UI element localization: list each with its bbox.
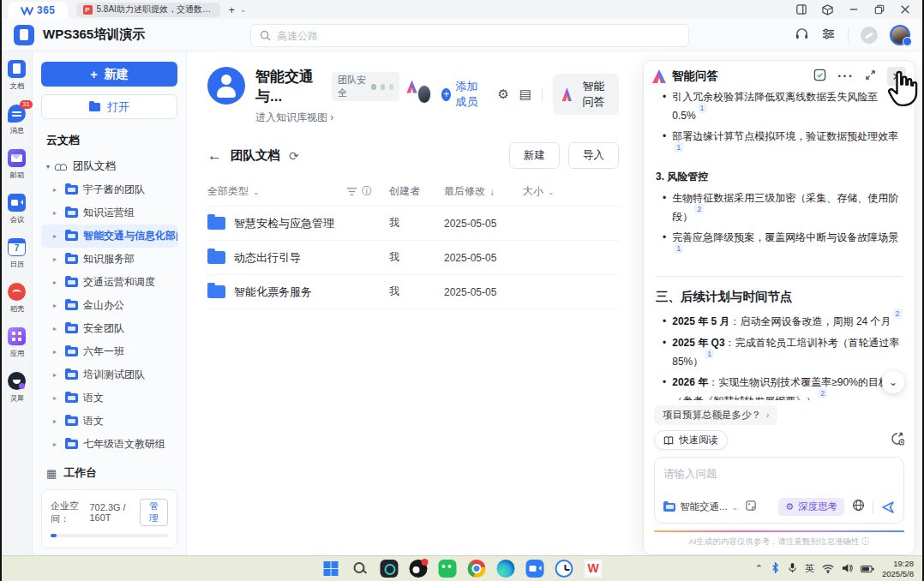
new-tab-button[interactable]: + <box>229 3 236 16</box>
team-security-badge[interactable]: 团队安全 <box>332 72 399 101</box>
rail-item[interactable]: 会议 <box>2 194 32 225</box>
rail-item[interactable]: 文档 <box>2 60 32 92</box>
settings-sliders-icon[interactable] <box>821 27 836 44</box>
file-row[interactable]: 智能化票务服务 我 2025-05-05 <box>207 275 619 309</box>
send-button[interactable] <box>881 500 895 514</box>
nav-team-folder[interactable]: ▸ 知识运营组 <box>41 201 177 225</box>
open-button[interactable]: 打开 <box>41 94 177 119</box>
web-search-globe-icon[interactable] <box>852 499 865 515</box>
tab-document[interactable]: P 5.8AI助力述职提效，交通数据秒变演示 <box>76 3 220 17</box>
search-input[interactable] <box>277 30 680 42</box>
layout-icon[interactable] <box>796 4 807 15</box>
taskbar-app-button[interactable] <box>525 558 546 579</box>
col-modified[interactable]: 最后修改↓ <box>444 184 523 199</box>
citation-marker[interactable]: 2 <box>694 204 704 214</box>
kb-scope-selector[interactable]: 智能交通...⌄ <box>663 500 738 513</box>
restore-button[interactable] <box>874 4 885 15</box>
refresh-icon[interactable]: ⟳ <box>289 149 299 163</box>
nav-team-folder[interactable]: ▸ 金山办公 <box>41 294 177 317</box>
more-options-icon[interactable]: ··· <box>837 69 854 84</box>
new-doc-button[interactable]: +新建 <box>41 62 177 87</box>
nav-team-folder[interactable]: ▸ 语文 <box>41 386 177 410</box>
info-icon[interactable]: ⓘ <box>362 184 372 199</box>
ime-indicator[interactable]: 英 <box>805 562 814 575</box>
file-row[interactable]: 动态出行引导 我 2025-05-05 <box>207 241 619 275</box>
col-creator[interactable]: 创建者 <box>389 184 444 199</box>
citation-marker[interactable]: 1 <box>705 349 714 359</box>
expand-panel-icon[interactable] <box>865 69 876 84</box>
nav-team-docs-root[interactable]: ▾ 团队文档 <box>41 155 177 178</box>
taskbar-app-button[interactable] <box>466 558 488 579</box>
nav-team-folder[interactable]: ▸ 知识服务部 <box>41 248 177 271</box>
tab-home[interactable]: 365 <box>9 2 68 19</box>
suggested-question-chip[interactable]: 项目预算总额是多少？› <box>654 405 777 425</box>
microphone-icon[interactable] <box>788 561 797 577</box>
close-window-button[interactable] <box>900 4 910 15</box>
manage-storage-button[interactable]: 管理 <box>140 499 168 526</box>
type-filter[interactable]: 全部类型⌄ <box>207 184 346 199</box>
tab-list-chevron-icon[interactable]: ⌄ <box>240 6 246 14</box>
new-chat-icon[interactable] <box>813 69 826 85</box>
scroll-to-bottom-button[interactable]: ⌄ <box>882 371 904 393</box>
cube-icon[interactable] <box>822 4 833 15</box>
import-button[interactable]: 导入 <box>568 142 619 169</box>
question-input-card[interactable]: 智能交通...⌄ ⚙深度思考 <box>654 457 904 524</box>
minimize-button[interactable] <box>849 4 859 15</box>
nav-team-folder[interactable]: ▸ 六年一班 <box>41 340 177 363</box>
taskbar-app-button[interactable] <box>408 558 429 579</box>
taskbar-app-button[interactable] <box>379 558 400 579</box>
citation-marker[interactable]: 1 <box>674 243 683 254</box>
taskbar-app-button[interactable] <box>554 558 575 579</box>
assistant-disabled-icon[interactable] <box>861 27 878 44</box>
clock[interactable]: 19:28 2025/5/8 <box>882 559 914 579</box>
ai-qa-button[interactable]: 智能问答 <box>553 74 619 115</box>
rail-item[interactable]: 日历 <box>2 238 32 270</box>
rail-item[interactable]: 稻壳 <box>2 283 32 314</box>
taskbar-app-button[interactable] <box>350 558 371 579</box>
headset-icon[interactable] <box>795 27 809 44</box>
rail-item[interactable]: 应用 <box>2 327 32 359</box>
user-avatar[interactable] <box>890 25 910 45</box>
citation-marker[interactable]: 2 <box>818 388 827 398</box>
member-avatar[interactable] <box>417 85 432 104</box>
bluetooth-icon[interactable] <box>771 561 780 577</box>
filter-icon[interactable] <box>346 186 357 197</box>
wifi-icon[interactable] <box>822 561 834 577</box>
rail-item[interactable]: 邮箱 <box>2 149 32 181</box>
taskbar-app-button[interactable] <box>321 558 342 579</box>
nav-team-folder[interactable]: ▸ 宇子酱的团队 <box>41 178 177 201</box>
breadcrumb[interactable]: 团队文档 <box>231 147 280 164</box>
volume-icon[interactable] <box>842 561 853 577</box>
new-conversation-icon[interactable] <box>891 432 904 449</box>
rail-item[interactable]: 31 消息 <box>2 105 32 136</box>
nav-team-folder[interactable]: ▸ 智能交通与信息化部门 <box>41 225 177 248</box>
citation-marker[interactable]: 1 <box>674 142 683 153</box>
quick-read-chip[interactable]: 快速阅读 <box>654 430 728 450</box>
deep-think-toggle[interactable]: ⚙深度思考 <box>778 498 844 516</box>
citation-marker[interactable]: 2 <box>893 308 903 319</box>
nav-team-folder[interactable]: ▸ 语文 <box>41 410 177 433</box>
attach-file-icon[interactable] <box>745 500 757 515</box>
col-size[interactable]: 大小⌄ <box>523 184 573 199</box>
nav-team-folder[interactable]: ▸ 培训测试团队 <box>41 363 177 386</box>
gear-icon[interactable]: ⚙ <box>497 87 508 102</box>
knowledge-base-link[interactable]: 进入知识库视图 › <box>255 111 417 125</box>
nav-team-folder[interactable]: ▸ 交通运营和调度 <box>41 271 177 294</box>
question-input[interactable] <box>663 468 895 480</box>
battery-icon[interactable] <box>861 561 874 577</box>
tray-expand-icon[interactable]: ⌃ <box>755 563 763 574</box>
taskbar-app-button[interactable] <box>437 558 459 579</box>
back-button[interactable]: ← <box>207 148 222 163</box>
new-file-button[interactable]: 新建 <box>509 142 560 169</box>
nav-team-folder[interactable]: ▸ 安全团队 <box>41 317 177 340</box>
rail-item[interactable]: 灵犀 <box>2 372 32 404</box>
citation-marker[interactable]: 1 <box>698 103 707 113</box>
nav-team-folder[interactable]: ▸ 七年级语文教研组 <box>41 433 177 456</box>
taskbar-app-button[interactable] <box>583 558 604 579</box>
workbench-item[interactable]: ▦ 工作台 <box>46 465 177 481</box>
global-search[interactable] <box>250 24 689 47</box>
taskbar-app-button[interactable] <box>495 558 517 579</box>
add-member-button[interactable]: +添加成员 <box>441 79 487 110</box>
close-panel-button[interactable]: ✕ <box>887 67 906 86</box>
file-row[interactable]: 智慧安检与应急管理 我 2025-05-05 <box>207 207 619 241</box>
